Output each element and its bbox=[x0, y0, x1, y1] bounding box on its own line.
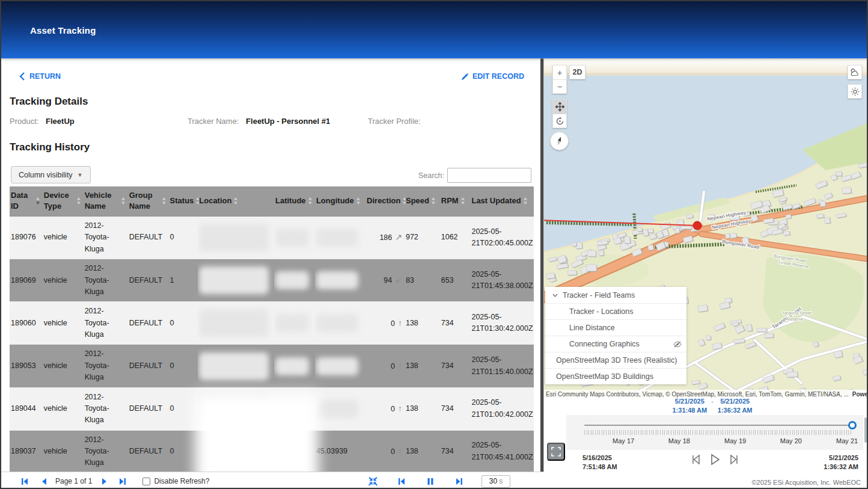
axis-label-may-17: May 17 bbox=[613, 437, 634, 444]
column-header-vehicle-name[interactable]: Vehicle Name bbox=[84, 186, 128, 217]
slider-bottom-row: 5/16/20257:51:48 AM 5/21/20251:36:32 AM bbox=[566, 452, 863, 472]
pan-tool-button[interactable] bbox=[552, 99, 567, 114]
cell-group-name: DEFAULT bbox=[128, 387, 169, 430]
refresh-last-button[interactable] bbox=[453, 476, 466, 487]
column-visibility-label: Column visibility bbox=[19, 171, 73, 179]
pencil-icon bbox=[461, 73, 469, 81]
column-header-location[interactable]: Location bbox=[198, 186, 274, 217]
cell-longitude bbox=[315, 217, 365, 259]
column-header-status[interactable]: Status bbox=[169, 186, 198, 217]
slider-track[interactable] bbox=[584, 425, 852, 426]
layer-item-openstreetmap-3d-buildings[interactable]: OpenStreetMap 3D Buildings bbox=[545, 368, 686, 384]
chevron-left-icon bbox=[19, 72, 25, 81]
direction-arrow-icon: ↑ bbox=[398, 361, 402, 371]
column-header-speed[interactable]: Speed bbox=[405, 186, 440, 217]
pause-refresh-button[interactable] bbox=[424, 476, 437, 487]
cell-rpm: 653 bbox=[440, 259, 471, 302]
cell-latitude bbox=[274, 302, 315, 345]
redacted-longitude bbox=[316, 314, 358, 332]
sort-desc-icon bbox=[35, 197, 40, 205]
cloud-sun-icon bbox=[850, 68, 860, 76]
column-header-data-id[interactable]: Data ID bbox=[10, 186, 43, 217]
layer-label: Tracker - Field Teams bbox=[563, 291, 682, 300]
first-page-icon bbox=[20, 478, 29, 485]
weather-button[interactable] bbox=[848, 65, 862, 79]
next-page-icon bbox=[101, 478, 108, 485]
range-separator: - bbox=[711, 397, 714, 415]
cell-last-updated: 2025-05-21T01:45:38.000Z bbox=[470, 259, 534, 302]
collapse-panel-button[interactable] bbox=[366, 476, 379, 487]
play-button[interactable] bbox=[709, 454, 721, 466]
table-footer: Page 1 of 1 Disable Refresh? bbox=[1, 472, 544, 489]
cell-rpm: 1062 bbox=[440, 217, 471, 259]
first-page-button[interactable] bbox=[18, 476, 31, 487]
rotate-icon bbox=[555, 117, 564, 126]
sun-icon bbox=[851, 87, 860, 96]
column-header-rpm[interactable]: RPM bbox=[440, 186, 471, 217]
layer-item-connecting-graphics[interactable]: Connecting Graphics bbox=[545, 336, 686, 352]
compass-button[interactable] bbox=[550, 132, 569, 150]
cell-longitude bbox=[315, 302, 365, 345]
axis-label-may-20: May 20 bbox=[780, 437, 802, 444]
cell-data-id: 189053 bbox=[10, 345, 43, 387]
cell-direction: 0↑ bbox=[365, 302, 405, 345]
redacted-location bbox=[199, 266, 269, 294]
daylight-button[interactable] bbox=[848, 84, 862, 99]
step-forward-button[interactable] bbox=[729, 454, 739, 465]
column-header-latitude[interactable]: Latitude bbox=[274, 186, 315, 217]
refresh-first-button[interactable] bbox=[395, 476, 408, 487]
slider-handle[interactable] bbox=[848, 421, 857, 429]
sort-icon bbox=[162, 197, 167, 205]
attribution-text: Esri Community Maps Contributors, Vicmap… bbox=[546, 391, 849, 398]
search-input[interactable] bbox=[447, 168, 531, 183]
column-header-device-type[interactable]: Device Type bbox=[43, 186, 84, 217]
sort-icon bbox=[76, 197, 81, 205]
return-link[interactable]: RETURN bbox=[19, 72, 61, 81]
column-label: Location bbox=[199, 195, 231, 206]
cell-device-type: vehicle bbox=[43, 259, 84, 302]
tracker-location-dot[interactable] bbox=[693, 221, 701, 230]
cell-vehicle-name: 2012-Toyota-Kluga bbox=[84, 259, 128, 302]
layer-list: Tracker - Field TeamsTracker - Locations… bbox=[545, 287, 686, 384]
layer-item-line-distance[interactable]: Line Distance bbox=[545, 319, 686, 336]
tracker-profile-label: Tracker Profile: bbox=[368, 117, 421, 126]
layer-item-tracker---locations[interactable]: Tracker - Locations bbox=[545, 303, 686, 319]
rotate-tool-button[interactable] bbox=[552, 114, 567, 128]
disable-refresh-checkbox[interactable] bbox=[142, 478, 150, 485]
cell-data-id: 189060 bbox=[10, 302, 43, 345]
zoom-in-button[interactable]: + bbox=[552, 65, 567, 79]
fullscreen-button[interactable] bbox=[547, 443, 565, 461]
layer-item-tracker---field-teams[interactable]: Tracker - Field Teams bbox=[545, 287, 686, 303]
column-header-direction[interactable]: Direction bbox=[365, 186, 405, 217]
cell-latitude bbox=[274, 217, 315, 259]
last-page-button[interactable] bbox=[116, 476, 129, 487]
cell-last-updated: 2025-05-21T02:00:45.000Z bbox=[470, 217, 534, 259]
next-page-button[interactable] bbox=[98, 476, 111, 487]
tracking-history-heading: Tracking History bbox=[10, 141, 90, 153]
refresh-interval-input[interactable]: 30 s bbox=[481, 475, 510, 488]
layer-label: OpenStreetMap 3D Buildings bbox=[556, 372, 682, 381]
fullscreen-icon bbox=[551, 447, 561, 457]
vertical-scrollbar[interactable] bbox=[540, 58, 543, 489]
column-header-group-name[interactable]: Group Name bbox=[128, 186, 169, 217]
previous-page-button[interactable] bbox=[37, 476, 50, 487]
layer-item-openstreetmap-3d-trees-(realistic)[interactable]: OpenStreetMap 3D Trees (Realistic) bbox=[545, 352, 686, 368]
zoom-out-button[interactable]: − bbox=[552, 79, 567, 94]
map-scrollbar-thumb[interactable] bbox=[864, 417, 867, 443]
cell-group-name: DEFAULT bbox=[128, 430, 169, 473]
edit-record-link[interactable]: EDIT RECORD bbox=[461, 72, 524, 81]
app-title: Asset Tracking bbox=[30, 25, 96, 35]
cell-data-id: 189037 bbox=[10, 430, 43, 473]
cell-direction: 94↙ bbox=[365, 259, 405, 302]
axis-label-may-18: May 18 bbox=[668, 437, 690, 444]
column-header-last-updated[interactable]: Last Updated bbox=[470, 186, 534, 217]
cell-last-updated: 2025-05-21T01:00:42.000Z bbox=[470, 387, 534, 430]
column-label: Device Type bbox=[44, 190, 75, 211]
cell-longitude bbox=[315, 259, 365, 302]
step-back-button[interactable] bbox=[691, 454, 701, 465]
column-visibility-button[interactable]: Column visibility ▼ bbox=[11, 166, 91, 183]
toggle-2d-button[interactable]: 2D bbox=[569, 65, 585, 79]
column-header-longitude[interactable]: Longitude bbox=[315, 186, 365, 217]
cell-direction: 0↑ bbox=[365, 387, 405, 430]
direction-arrow-icon: ↑ bbox=[398, 446, 402, 456]
